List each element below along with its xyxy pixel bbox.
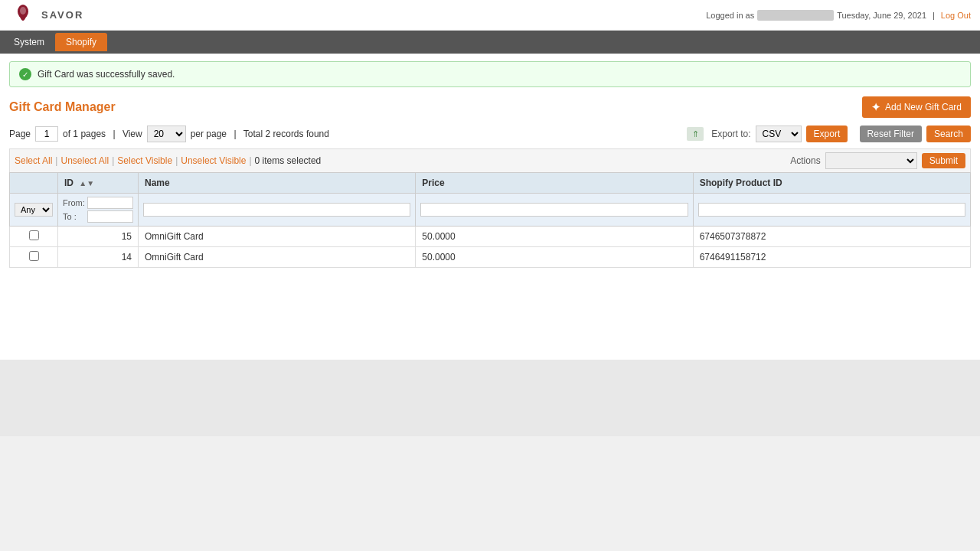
col-id-label: ID [64,178,74,188]
export-icon: ⇑ [687,127,704,141]
search-button[interactable]: Search [926,126,971,142]
logout-link[interactable]: Log Out [941,11,971,20]
filter-cell-price [416,194,693,227]
row-id: 14 [58,247,139,268]
filter-any-select[interactable]: Any ▼ [15,203,53,217]
header-separator: | [933,11,935,20]
plus-icon: ✦ [871,101,880,113]
row-checkbox-cell [10,247,58,268]
savor-logo-icon [9,2,37,29]
unselect-all-link[interactable]: Unselect All [60,155,109,166]
col-name: Name [139,173,416,194]
total-records-text: Total 2 records found [243,129,329,139]
from-label: From: [63,198,84,207]
col-id[interactable]: ID ▲▼ [58,173,139,194]
success-message: ✓ Gift Card was successfully saved. [9,61,971,87]
actions-area: Actions Submit [790,152,965,169]
filter-price-input[interactable] [420,203,688,217]
export-format-select[interactable]: CSV Excel PDF [756,126,802,142]
header: SAVOR Logged in as Tuesday, June 29, 202… [0,0,980,31]
page-input[interactable] [35,126,58,142]
svg-text:⇑: ⇑ [692,129,699,139]
row-price: 50.0000 [416,247,693,268]
logged-in-label: Logged in as [706,11,754,20]
col-price: Price [416,173,693,194]
header-right: Logged in as Tuesday, June 29, 2021 | Lo… [706,10,971,21]
date-display: Tuesday, June 29, 2021 [837,11,926,20]
submit-button[interactable]: Submit [922,153,965,168]
footer-space [0,360,980,436]
select-all-link[interactable]: Select All [15,155,52,166]
filter-name-input[interactable] [143,203,410,217]
row-shopify-product-id: 6746491158712 [693,247,970,268]
table-header-row: ID ▲▼ Name Price Shopify Product ID [10,173,971,194]
row-name: OmniGift Card [139,227,416,247]
actions-select[interactable] [825,152,917,169]
per-page-label: per page [191,129,227,139]
page-label: Page [9,129,31,139]
navbar: System Shopify [0,31,980,54]
row-checkbox[interactable] [29,251,39,261]
per-page-select[interactable]: 20 50 100 [147,126,186,142]
tab-system[interactable]: System [3,33,55,51]
success-icon: ✓ [19,68,31,80]
row-shopify-product-id: 6746507378872 [693,227,970,247]
success-text: Gift Card was successfully saved. [38,69,175,80]
unselect-visible-link[interactable]: Unselect Visible [181,155,246,166]
to-label: To : [63,212,84,221]
title-row: Gift Card Manager ✦ Add New Gift Card [9,96,971,118]
add-button-label: Add New Gift Card [885,102,962,112]
actions-label: Actions [790,155,820,166]
tab-shopify[interactable]: Shopify [55,33,107,51]
row-id: 15 [58,227,139,247]
export-label: Export to: [711,129,750,139]
selected-count-text: 0 items selected [255,155,322,166]
pagination-left: Page of 1 pages | View 20 50 100 per pag… [9,126,329,142]
pagination-row: Page of 1 pages | View 20 50 100 per pag… [9,126,971,142]
selection-row: Select All | Unselect All | Select Visib… [9,148,971,172]
filter-cell-any: Any ▼ [10,194,58,227]
table-row: 15 OmniGift Card 50.0000 6746507378872 [10,227,971,247]
col-shopify-product-id: Shopify Product ID [693,173,970,194]
svg-point-1 [20,7,26,15]
row-checkbox-cell [10,227,58,247]
logo-area: SAVOR [9,2,83,29]
page-title: Gift Card Manager [9,100,116,114]
row-name: OmniGift Card [139,247,416,268]
filter-row: Any ▼ From: To : [10,194,971,227]
pagination-right: ⇑ Export to: CSV Excel PDF Export Reset … [687,126,971,142]
gift-card-table: ID ▲▼ Name Price Shopify Product ID Any … [9,172,971,268]
filter-shopify-id-input[interactable] [698,203,965,217]
filter-id-from-row: From: [63,197,133,209]
username-placeholder [757,10,834,21]
export-button[interactable]: Export [806,126,848,142]
filter-id-to-row: To : [63,210,133,223]
row-checkbox[interactable] [29,230,39,240]
row-price: 50.0000 [416,227,693,247]
filter-id-fromto: From: To : [63,197,133,223]
of-pages-text: of 1 pages [63,129,106,139]
filter-id-to-input[interactable] [87,210,133,223]
main-content: ✓ Gift Card was successfully saved. Gift… [0,54,980,360]
filter-cell-id: From: To : [58,194,139,227]
view-label: View [122,129,142,139]
filter-cell-shopify-id [693,194,970,227]
table-body: 15 OmniGift Card 50.0000 6746507378872 1… [10,227,971,268]
logo-text: SAVOR [41,9,83,21]
sort-arrows-id: ▲▼ [79,179,94,187]
col-checkbox [10,173,58,194]
filter-cell-name [139,194,416,227]
select-visible-link[interactable]: Select Visible [117,155,172,166]
table-row: 14 OmniGift Card 50.0000 6746491158712 [10,247,971,268]
reset-filter-button[interactable]: Reset Filter [860,126,922,142]
add-new-gift-card-button[interactable]: ✦ Add New Gift Card [862,96,971,118]
filter-id-from-input[interactable] [87,197,133,209]
